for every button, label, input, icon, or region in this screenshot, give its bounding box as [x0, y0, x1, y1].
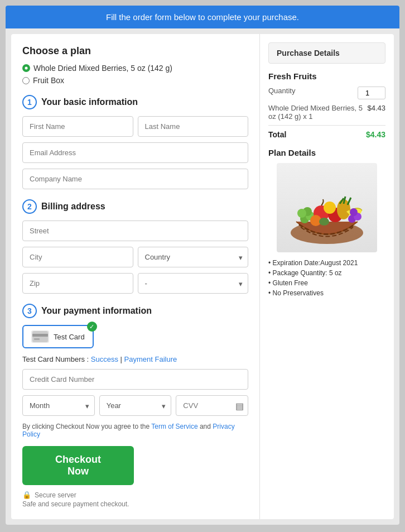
right-panel: Purchase Details Fresh Fruits Quantity W…: [260, 34, 394, 519]
total-row: Total $4.43: [268, 130, 385, 139]
purchase-details-header: Purchase Details: [268, 42, 385, 64]
terms-text: By clicking Checkout Now you agree to th…: [22, 423, 248, 438]
section-1-number: 1: [22, 95, 37, 109]
expiry-cvv-row: Month 010203 040506 070809 101112 Year 2…: [22, 395, 248, 416]
section-1-header: 1 Your basic information: [22, 95, 248, 109]
terms-middle: and: [198, 423, 213, 430]
email-input[interactable]: [22, 142, 248, 163]
choose-plan-title: Choose a plan: [22, 45, 248, 57]
bullet-1: Package Quantity: 5 oz: [268, 269, 385, 277]
section-2-title: Billing address: [41, 202, 105, 212]
basket-svg: [279, 166, 374, 250]
plan-option-berries[interactable]: Whole Dried Mixed Berries, 5 oz (142 g): [22, 64, 248, 73]
page-wrapper: Fill the order form below to complete yo…: [6, 6, 399, 525]
banner-text: Fill the order form below to complete yo…: [106, 12, 299, 22]
item-price: $4.43: [367, 104, 385, 112]
failure-link[interactable]: Payment Failure: [124, 355, 177, 363]
cvv-field: ▤: [176, 395, 248, 416]
month-select[interactable]: Month 010203 040506 070809 101112: [22, 395, 95, 416]
bullet-0: Expiration Date:August 2021: [268, 259, 385, 267]
cc-number-input[interactable]: [22, 369, 248, 390]
test-card-text: Test Card Numbers :: [22, 355, 91, 363]
last-name-field: [138, 116, 249, 137]
zip-field: [22, 273, 133, 294]
plan-bullets: Expiration Date:August 2021 Package Quan…: [268, 259, 385, 297]
street-field: [22, 221, 248, 241]
bullet-3: No Preservatives: [268, 289, 385, 297]
test-card-numbers: Test Card Numbers : Success | Payment Fa…: [22, 355, 248, 363]
state-select[interactable]: - CA NY TX: [138, 273, 249, 294]
item-label: Whole Dried Mixed Berries, 5 oz (142 g) …: [268, 104, 367, 121]
bullet-2: Gluten Free: [268, 279, 385, 287]
name-row: [22, 116, 248, 137]
city-field: [22, 247, 133, 267]
svg-point-19: [319, 218, 329, 226]
svg-point-10: [324, 202, 336, 214]
svg-point-7: [297, 209, 306, 218]
plan-option-fruitbox[interactable]: Fruit Box: [22, 76, 248, 85]
street-input[interactable]: [22, 221, 248, 241]
secure-server: 🔒 Secure server: [22, 491, 248, 499]
city-country-row: Country United States United Kingdom Can…: [22, 247, 248, 267]
section-2-number: 2: [22, 199, 37, 214]
svg-rect-1: [32, 334, 48, 337]
safe-text: Safe and secure payment checkout.: [22, 500, 248, 508]
terms-prefix: By clicking Checkout Now you agree to th…: [22, 423, 151, 430]
fresh-fruits-title: Fresh Fruits: [268, 71, 385, 81]
checkmark-badge: ✓: [87, 322, 97, 332]
secure-label: Secure server: [35, 491, 76, 499]
state-field: - CA NY TX: [138, 273, 249, 294]
quantity-row: Quantity: [268, 87, 385, 99]
total-label: Total: [268, 130, 286, 139]
month-field: Month 010203 040506 070809 101112: [22, 395, 95, 416]
plan-berries-label: Whole Dried Mixed Berries, 5 oz (142 g): [33, 64, 172, 73]
main-content: Choose a plan Whole Dried Mixed Berries,…: [11, 34, 394, 519]
quantity-input[interactable]: [358, 87, 385, 99]
country-field: Country United States United Kingdom Can…: [138, 247, 249, 267]
divider: [268, 125, 385, 126]
city-input[interactable]: [22, 247, 133, 267]
first-name-input[interactable]: [22, 116, 133, 137]
left-panel: Choose a plan Whole Dried Mixed Berries,…: [11, 34, 260, 519]
first-name-field: [22, 116, 133, 137]
checkout-button[interactable]: Checkout Now: [22, 446, 134, 485]
svg-line-14: [348, 198, 351, 205]
plan-details-title: Plan Details: [268, 148, 385, 157]
separator: |: [118, 355, 124, 363]
section-1-title: Your basic information: [41, 97, 138, 107]
total-price: $4.43: [366, 130, 385, 139]
zip-input[interactable]: [22, 273, 133, 294]
email-field: [22, 142, 248, 163]
credit-card-icon: [32, 331, 48, 342]
radio-berries[interactable]: [22, 64, 30, 72]
item-row: Whole Dried Mixed Berries, 5 oz (142 g) …: [268, 104, 385, 121]
radio-fruitbox[interactable]: [22, 77, 30, 84]
section-2-header: 2 Billing address: [22, 199, 248, 214]
svg-rect-2: [34, 338, 40, 340]
success-link[interactable]: Success: [91, 355, 118, 363]
svg-point-17: [350, 208, 358, 216]
country-select[interactable]: Country United States United Kingdom Can…: [138, 247, 249, 267]
quantity-label: Quantity: [268, 87, 358, 95]
cc-field: [22, 369, 248, 390]
section-3-title: Your payment information: [41, 306, 152, 316]
card-icon: [31, 330, 49, 343]
company-name-input[interactable]: [22, 169, 248, 189]
plan-fruitbox-label: Fruit Box: [33, 76, 64, 85]
zip-state-row: - CA NY TX: [22, 273, 248, 294]
section-3-header: 3 Your payment information: [22, 304, 248, 318]
company-field: [22, 169, 248, 189]
fruit-basket-image: [277, 163, 377, 252]
year-select[interactable]: Year 202120222023 20242025: [99, 395, 172, 416]
year-field: Year 202120222023 20242025: [99, 395, 172, 416]
tos-link[interactable]: Term of Service: [151, 423, 197, 430]
top-banner: Fill the order form below to complete yo…: [6, 6, 399, 28]
last-name-input[interactable]: [138, 116, 249, 137]
section-3-number: 3: [22, 304, 37, 318]
lock-icon: 🔒: [22, 491, 31, 499]
test-card-box[interactable]: Test Card ✓: [22, 325, 94, 348]
cvv-icon: ▤: [235, 400, 244, 411]
test-card-label: Test Card: [54, 333, 85, 341]
